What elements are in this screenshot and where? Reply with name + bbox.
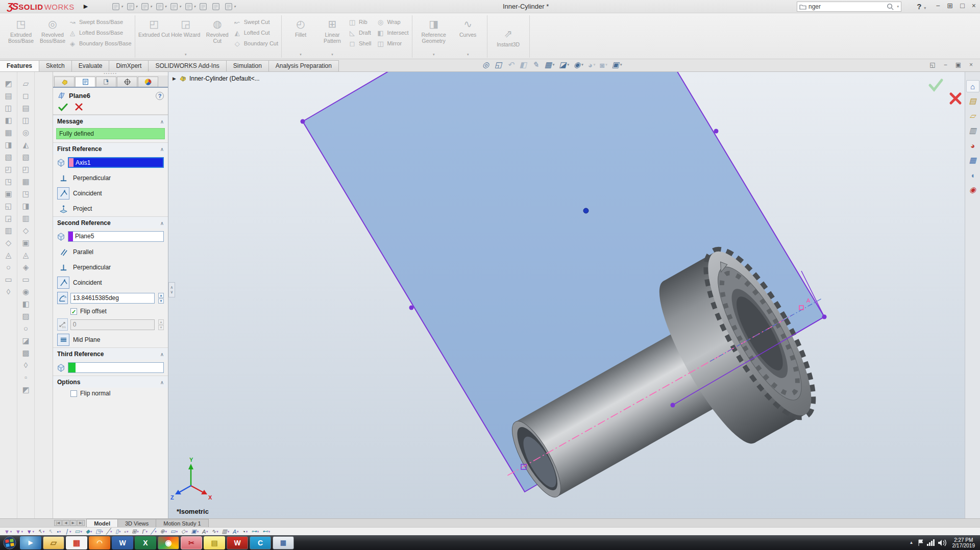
tool-icon[interactable]: ◰: [5, 164, 12, 174]
hide-show-items-icon[interactable]: ◉▾: [574, 60, 583, 69]
graphics-area[interactable]: A Y X Z ▶: [168, 72, 965, 518]
tool-icon[interactable]: ◭: [23, 139, 29, 150]
first-reference-selection-box[interactable]: Axis1: [68, 157, 164, 168]
offset-distance-field[interactable]: [70, 319, 155, 330]
shell-button[interactable]: ◻Shell: [348, 39, 371, 48]
offset-spinner[interactable]: ▲▼: [158, 319, 164, 330]
search-dropdown-caret-icon[interactable]: ▾: [897, 5, 899, 9]
swept-cut-button[interactable]: ↜Swept Cut: [233, 17, 278, 27]
ok-check-button[interactable]: [58, 103, 68, 111]
tool-icon[interactable]: ▩: [22, 347, 29, 358]
ribbon-tab[interactable]: Sketch: [39, 60, 72, 71]
sketch-tool-icon[interactable]: ◳▾: [95, 528, 103, 535]
minimize-button[interactable]: −: [936, 2, 940, 10]
tool-icon[interactable]: ◊: [7, 286, 10, 297]
file-explorer-icon[interactable]: ▱: [966, 110, 979, 122]
section-view-icon[interactable]: ◧: [520, 60, 528, 69]
settings-gear-icon[interactable]: ▾: [223, 1, 237, 12]
sketch-tool-icon[interactable]: ▣▾: [191, 528, 199, 535]
feature-tree-root[interactable]: ▶ Inner-Cylinder (Default<...: [173, 74, 260, 82]
tool-icon[interactable]: ◉: [22, 286, 29, 297]
options-section-header[interactable]: Options∧: [53, 376, 168, 388]
angle-input[interactable]: [71, 294, 154, 302]
sketch-tool-icon[interactable]: ◇▾: [181, 528, 187, 535]
linear-pattern-caret-icon[interactable]: ▾: [331, 53, 333, 57]
close-button[interactable]: ×: [972, 2, 976, 10]
fillet-button[interactable]: ◴Fillet▾: [285, 15, 316, 58]
tool-icon[interactable]: ▭: [5, 274, 12, 285]
sketch-tool-icon[interactable]: ▭▾: [170, 528, 178, 535]
file-explorer-icon[interactable]: ▱: [43, 536, 64, 549]
plane-center-point[interactable]: [583, 208, 589, 213]
dimxpert-manager-tab[interactable]: [117, 77, 137, 87]
tool-icon[interactable]: ◳: [5, 176, 12, 187]
tab-scroll-button[interactable]: ◀: [62, 520, 69, 526]
draft-button[interactable]: ◺Draft: [348, 28, 371, 37]
collapse-chevron-icon[interactable]: ∧: [160, 220, 164, 226]
tool-icon[interactable]: ◲: [5, 213, 12, 223]
sketch-tool-icon[interactable]: ↖▾: [38, 528, 44, 535]
calculator-icon[interactable]: ▦: [273, 536, 294, 549]
undo-icon[interactable]: ▾: [168, 1, 182, 12]
lofted-cut-button[interactable]: ◭Lofted Cut: [233, 28, 278, 37]
collapse-chevron-icon[interactable]: ∧: [160, 146, 164, 152]
perpendicular-icon[interactable]: [57, 172, 69, 184]
chrome-icon[interactable]: ◉: [158, 536, 179, 549]
ribbon-tab[interactable]: Simulation: [226, 60, 269, 71]
tool-icon[interactable]: ◫: [5, 103, 12, 113]
swept-boss-base-button[interactable]: ↝Swept Boss/Base: [68, 17, 132, 27]
coincident-icon[interactable]: [57, 187, 69, 199]
sketch-tool-icon[interactable]: ∿▾: [211, 528, 218, 535]
view-settings-icon[interactable]: ▣▾: [612, 60, 622, 69]
open-document-icon[interactable]: ▾: [125, 1, 139, 12]
ribbon-tab[interactable]: Analysis Preparation: [268, 60, 339, 71]
solidworks-forum-icon[interactable]: ◖: [966, 169, 979, 181]
instant3d-button[interactable]: ⇗Instant3D: [491, 15, 526, 58]
offset-distance-input[interactable]: [71, 321, 154, 328]
configuration-manager-tab[interactable]: [96, 77, 116, 87]
doc-restore-button[interactable]: ▣: [955, 61, 961, 68]
revolved-cut-button[interactable]: ◍Revolved Cut: [202, 15, 233, 58]
select-cursor-icon[interactable]: ▾: [183, 1, 197, 12]
sketch-tool-icon[interactable]: ⊷▾: [262, 528, 270, 535]
sketch-tool-icon[interactable]: ◔▾: [242, 529, 248, 535]
tool-icon[interactable]: ◇: [6, 237, 12, 248]
sticky-notes-icon[interactable]: ▤: [204, 536, 225, 549]
appearances-icon[interactable]: ◕: [966, 139, 979, 152]
sketch-tool-icon[interactable]: ▥▾: [222, 528, 229, 535]
tab-scroll-button[interactable]: ▶|: [77, 520, 85, 526]
tool-icon[interactable]: ◬: [6, 249, 12, 260]
spin-down-icon[interactable]: ▼: [158, 298, 164, 304]
reference-geometry-caret-icon[interactable]: ▾: [433, 53, 435, 57]
ribbon-tab[interactable]: Evaluate: [71, 60, 110, 71]
design-library-icon[interactable]: ▤: [966, 95, 979, 107]
taskbar-clock[interactable]: 2:27 PM 2/17/2019: [950, 537, 978, 548]
cancel-x-button[interactable]: [75, 103, 83, 111]
parallel-constraint-row[interactable]: Parallel: [53, 244, 168, 260]
save-icon[interactable]: ▾: [139, 1, 153, 12]
sketch-tool-icon[interactable]: ▭▾: [75, 528, 82, 535]
tool-icon[interactable]: ▤: [22, 103, 29, 113]
sketch-tool-icon[interactable]: ╱▾: [107, 528, 112, 535]
ribbon-tab[interactable]: Features: [0, 60, 39, 71]
sketch-tool-icon[interactable]: ↖: [48, 528, 53, 535]
lofted-boss-base-button[interactable]: ◬Lofted Boss/Base: [68, 28, 132, 37]
tool-icon[interactable]: ▨: [22, 311, 29, 321]
c-app-icon[interactable]: C: [250, 536, 271, 549]
firefox-icon[interactable]: ◠: [89, 536, 110, 549]
solidworks-resources-icon[interactable]: ◉: [966, 184, 979, 196]
mirror-button[interactable]: ◫Mirror: [376, 39, 408, 48]
tool-icon[interactable]: ▣: [5, 188, 12, 199]
flip-offset-row[interactable]: ✓ Flip offset: [53, 306, 168, 317]
third-reference-section-header[interactable]: Third Reference∧: [53, 347, 168, 360]
panel-splitter-toggle[interactable]: ∧∨: [168, 282, 175, 297]
tool-icon[interactable]: ◻: [22, 90, 29, 101]
search-icon[interactable]: [887, 3, 894, 11]
fillet-caret-icon[interactable]: ▾: [300, 53, 302, 57]
help-caret-icon[interactable]: ▾: [924, 6, 926, 10]
tool-icon[interactable]: ◰: [22, 164, 29, 174]
angle-icon[interactable]: A: [57, 292, 68, 304]
doc-float-button[interactable]: ◱: [929, 61, 935, 68]
3d-scene[interactable]: A Y X Z: [168, 72, 965, 518]
featuremanager-tree-tab[interactable]: [54, 77, 75, 87]
